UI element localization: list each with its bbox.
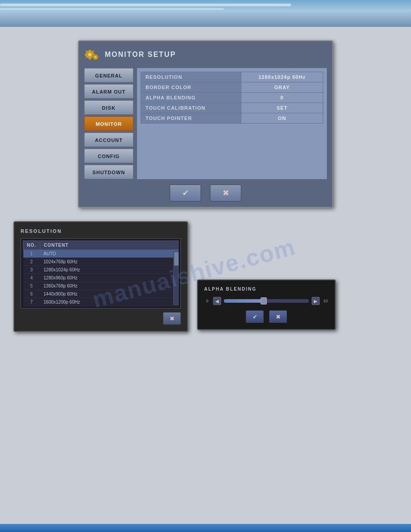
settings-table: RESOLUTION 1280x1024p 60Hz BORDER COLOR …	[141, 72, 323, 124]
setting-label: RESOLUTION	[141, 72, 241, 82]
settings-row[interactable]: ALPHA BLENDING 0	[141, 93, 323, 103]
dialog-body: GENERAL ALARM OUT DISK MONITOR ACCOUNT C…	[84, 68, 327, 179]
setting-value: ON	[241, 113, 323, 124]
slider-min-label: 0	[204, 299, 210, 303]
dialog-header: MONITOR SETUP	[84, 47, 327, 63]
confirm-button[interactable]: ✔	[170, 184, 201, 202]
nav-btn-monitor[interactable]: MONITOR	[84, 116, 133, 131]
dialog-footer: ✔ ✖	[84, 184, 327, 202]
scroll-indicator[interactable]	[173, 251, 179, 305]
res-cancel-icon: ✖	[170, 315, 175, 322]
alpha-blending-dialog: ALPHA BLENDING 0 ◀ ▶ 10 ✔ ✖	[197, 279, 336, 330]
res-no: 3	[23, 266, 40, 274]
svg-point-1	[88, 53, 92, 57]
slider-row: 0 ◀ ▶ 10	[204, 297, 329, 305]
setting-value: SET	[241, 103, 323, 113]
slider-right-arrow[interactable]: ▶	[312, 297, 320, 305]
resolution-row[interactable]: 6 1440x900p 60Hz	[23, 290, 179, 298]
monitor-main-panel: RESOLUTION 1280x1024p 60Hz BORDER COLOR …	[137, 68, 327, 179]
settings-row[interactable]: RESOLUTION 1280x1024p 60Hz	[141, 72, 323, 82]
res-content: 1280x960p 60Hz	[40, 274, 178, 282]
res-footer: ✖	[21, 312, 181, 325]
nav-btn-disk[interactable]: DISK	[84, 100, 133, 115]
nav-btn-alarm-out[interactable]: ALARM OUT	[84, 84, 133, 99]
nav-btn-general[interactable]: GENERAL	[84, 68, 133, 82]
res-col-no: NO.	[23, 241, 40, 250]
alpha-title: ALPHA BLENDING	[204, 287, 329, 292]
nav-btn-config[interactable]: CONFIG	[84, 149, 133, 163]
res-content: 1440x900p 60Hz	[40, 290, 178, 298]
nav-btn-account[interactable]: ACCOUNT	[84, 133, 133, 147]
slider-left-arrow[interactable]: ◀	[213, 297, 221, 305]
resolution-table: NO. CONTENT 1 AUTO 2 1024x768p 60Hz 3 12…	[23, 240, 179, 306]
resolution-dialog: RESOLUTION NO. CONTENT 1 AUTO 2 1024x768…	[13, 221, 188, 332]
resolution-row[interactable]: 3 1280x1024p 60Hz	[23, 266, 179, 274]
sidebar-nav: GENERAL ALARM OUT DISK MONITOR ACCOUNT C…	[84, 68, 133, 179]
res-no: 7	[23, 298, 40, 306]
res-no: 6	[23, 290, 40, 298]
resolution-cancel-button[interactable]: ✖	[163, 312, 181, 325]
resolution-row[interactable]: 5 1360x768p 60Hz	[23, 282, 179, 290]
slider-max-label: 10	[322, 299, 329, 303]
monitor-setup-dialog: MONITOR SETUP GENERAL ALARM OUT DISK MON…	[78, 40, 333, 208]
svg-rect-3	[89, 58, 91, 60]
alpha-cancel-button[interactable]: ✖	[269, 310, 287, 323]
resolution-row[interactable]: 1 AUTO	[23, 250, 179, 258]
resolution-table-wrap: NO. CONTENT 1 AUTO 2 1024x768p 60Hz 3 12…	[21, 238, 181, 309]
settings-row[interactable]: TOUCH CALIBRATION SET	[141, 103, 323, 113]
setting-value: GRAY	[241, 82, 323, 93]
resolution-row[interactable]: 7 1600x1200p 60Hz	[23, 298, 179, 306]
alpha-confirm-icon: ✔	[253, 313, 257, 320]
res-no: 5	[23, 282, 40, 290]
res-no: 1	[23, 250, 40, 258]
alpha-confirm-button[interactable]: ✔	[246, 310, 264, 323]
main-content: MONITOR SETUP GENERAL ALARM OUT DISK MON…	[0, 27, 411, 341]
settings-row[interactable]: BORDER COLOR GRAY	[141, 82, 323, 93]
dialogs-row: RESOLUTION NO. CONTENT 1 AUTO 2 1024x768…	[13, 221, 398, 332]
res-content: 1024x768p 60Hz	[40, 258, 178, 266]
settings-row[interactable]: TOUCH POINTER ON	[141, 113, 323, 124]
setting-label: TOUCH POINTER	[141, 113, 241, 124]
svg-point-11	[94, 56, 97, 58]
resolution-title: RESOLUTION	[21, 228, 181, 234]
cancel-button[interactable]: ✖	[210, 184, 241, 202]
res-content: 1280x1024p 60Hz	[40, 266, 178, 274]
setting-value: 0	[241, 93, 323, 103]
res-content: AUTO	[40, 250, 178, 258]
res-col-content: CONTENT	[40, 241, 178, 250]
res-content: 1600x1200p 60Hz	[40, 298, 178, 306]
scroll-thumb	[174, 252, 179, 266]
res-no: 4	[23, 274, 40, 282]
slider-track[interactable]	[224, 299, 309, 303]
setting-value: 1280x1024p 60Hz	[241, 72, 323, 82]
res-content: 1360x768p 60Hz	[40, 282, 178, 290]
cancel-icon: ✖	[223, 188, 229, 198]
alpha-cancel-icon: ✖	[276, 313, 281, 320]
res-no: 2	[23, 258, 40, 266]
svg-rect-2	[89, 50, 91, 51]
resolution-row[interactable]: 2 1024x768p 60Hz	[23, 258, 179, 266]
top-banner	[0, 0, 411, 27]
bottom-bar	[0, 524, 411, 532]
checkmark-icon: ✔	[182, 188, 189, 198]
slider-fill	[224, 299, 262, 303]
setting-label: TOUCH CALIBRATION	[141, 103, 241, 113]
svg-rect-4	[85, 53, 87, 56]
nav-btn-shutdown[interactable]: SHUTDOWN	[84, 165, 133, 179]
slider-thumb	[261, 297, 267, 305]
resolution-row[interactable]: 4 1280x960p 60Hz	[23, 274, 179, 282]
gear-icon	[84, 47, 100, 63]
setting-label: ALPHA BLENDING	[141, 93, 241, 103]
dialog-title: MONITOR SETUP	[105, 51, 176, 59]
alpha-footer: ✔ ✖	[204, 310, 329, 323]
setting-label: BORDER COLOR	[141, 82, 241, 93]
